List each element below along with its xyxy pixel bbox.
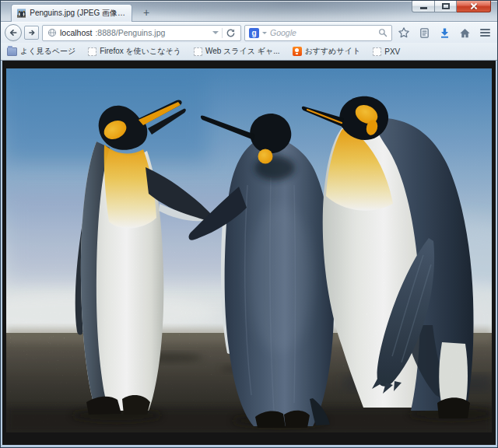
url-host: localhost (60, 28, 92, 37)
search-bar[interactable]: g (244, 25, 392, 41)
page-content (2, 61, 496, 445)
search-icon[interactable] (378, 28, 388, 37)
forward-arrow-icon (28, 29, 36, 37)
minimize-button[interactable] (412, 1, 435, 12)
bookmark-label: よく見るページ (20, 46, 75, 57)
penguins-photo[interactable] (6, 68, 492, 432)
url-path: :8888/Penguins.jpg (95, 28, 165, 37)
back-arrow-icon (9, 28, 18, 37)
bookmarks-menu-icon (419, 27, 430, 39)
downloads-button[interactable] (436, 24, 453, 41)
forward-button[interactable] (24, 26, 39, 40)
url-dropdown-icon[interactable] (212, 31, 219, 34)
search-engine-dropdown-icon[interactable] (262, 32, 267, 34)
url-separator (222, 28, 223, 38)
globe-icon (47, 28, 57, 37)
home-icon (459, 27, 471, 39)
bookmark-most-visited[interactable]: よく見るページ (7, 46, 75, 57)
maximize-icon (442, 3, 450, 9)
close-icon (469, 2, 479, 10)
bookmark-firefox-help[interactable]: Firefox を使いこなそう (88, 46, 181, 57)
google-engine-icon[interactable]: g (249, 28, 259, 38)
search-input[interactable] (270, 28, 375, 37)
bookmark-star-button[interactable] (395, 24, 412, 41)
download-arrow-icon (439, 27, 451, 39)
url-bar[interactable]: localhost:8888/Penguins.jpg (42, 25, 241, 41)
maximize-button[interactable] (435, 1, 457, 12)
minimize-icon (420, 7, 427, 9)
most-visited-folder-icon (7, 47, 17, 56)
bookmark-label: PXV (384, 47, 400, 56)
hamburger-icon (480, 29, 490, 37)
bookmark-label: Firefox を使いこなそう (100, 46, 181, 57)
tab-favicon-penguins (17, 9, 26, 18)
tab-title: Penguins.jpg (JPEG 画像, 1... (30, 8, 126, 19)
default-page-icon (88, 47, 96, 56)
bookmark-label: おすすめサイト (305, 46, 361, 57)
default-page-icon (194, 47, 202, 56)
reload-icon[interactable] (226, 28, 236, 38)
navigation-toolbar: localhost:8888/Penguins.jpg g (1, 22, 497, 43)
bookmark-pxv[interactable]: PXV (373, 47, 400, 56)
home-button[interactable] (456, 24, 473, 41)
new-tab-button[interactable]: + (136, 5, 156, 19)
bookmarks-toolbar: よく見るページ Firefox を使いこなそう Web スライス ギャ... お… (1, 43, 497, 61)
bookmark-suggested-sites[interactable]: おすすめサイト (293, 46, 361, 57)
tab-bar: Penguins.jpg (JPEG 画像, 1... + (1, 1, 497, 22)
close-button[interactable] (457, 1, 491, 12)
star-icon (398, 26, 410, 39)
window-controls (412, 1, 491, 12)
bookmark-web-slice-gallery[interactable]: Web スライス ギャ... (194, 46, 280, 57)
back-button[interactable] (5, 24, 22, 41)
menu-button[interactable] (476, 24, 493, 41)
browser-window: Penguins.jpg (JPEG 画像, 1... + (0, 0, 498, 448)
tab-penguins[interactable]: Penguins.jpg (JPEG 画像, 1... (11, 4, 132, 22)
bookmark-label: Web スライス ギャ... (205, 46, 280, 57)
default-page-icon (373, 47, 381, 56)
suggested-sites-icon (293, 47, 302, 56)
bookmarks-menu-button[interactable] (416, 24, 433, 41)
